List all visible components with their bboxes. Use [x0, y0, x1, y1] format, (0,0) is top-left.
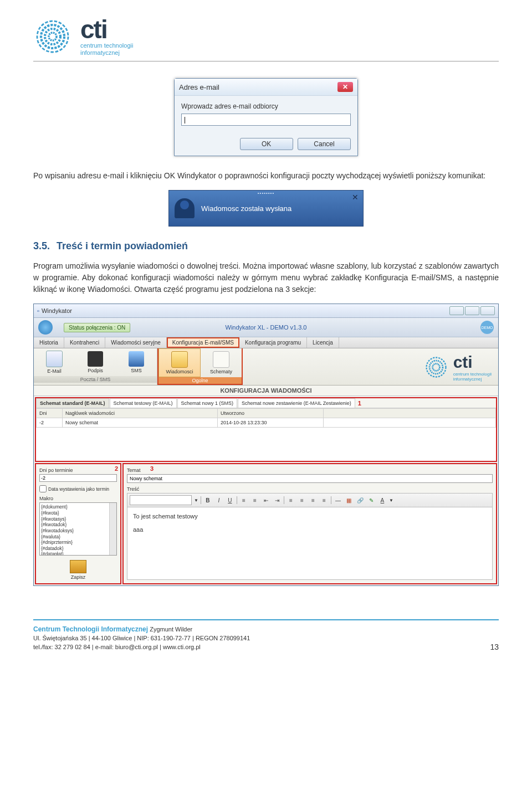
link-icon[interactable]: 🔗 — [356, 496, 365, 505]
save-icon[interactable] — [70, 560, 86, 573]
section-2-box: 2 Dni po terminie Data wystawienia jako … — [35, 463, 121, 584]
tab-licencja[interactable]: Licencja — [307, 337, 339, 348]
chevron-down-icon[interactable]: ▼ — [389, 498, 393, 503]
table-row[interactable]: -2 Nowy schemat 2014-10-28 13:23:30 — [37, 418, 496, 428]
envelope-icon — [46, 351, 63, 367]
chevron-down-icon[interactable]: ▼ — [194, 498, 198, 503]
ribbon-group-poczta: Poczta / SMS — [34, 376, 157, 383]
makro-item[interactable]: {#kwotadok} — [41, 522, 115, 528]
marker-1: 1 — [358, 400, 361, 407]
align-justify-icon[interactable]: ≡ — [320, 496, 329, 505]
window-close-button[interactable] — [480, 306, 495, 315]
makro-item[interactable]: {#datapłat} — [41, 551, 115, 556]
temat-input[interactable] — [127, 474, 493, 483]
cti-logo-icon — [33, 17, 72, 56]
email-input[interactable] — [181, 114, 351, 126]
image-icon[interactable]: ▦ — [345, 496, 354, 505]
indent-icon[interactable]: ⇥ — [273, 496, 282, 505]
col-dni: Dni — [37, 409, 63, 418]
italic-button[interactable]: I — [214, 496, 223, 505]
ribbon-logo-text: cti — [453, 353, 492, 372]
ribbon-logo-icon — [423, 354, 449, 380]
ribbon-wiadomosci[interactable]: Wiadomosci — [158, 348, 201, 377]
footer-company: Centrum Technologii Informatycznej — [33, 625, 148, 633]
ribbon-email-label: E-Mail — [47, 368, 62, 374]
list-bullet-icon[interactable]: ≡ — [250, 496, 259, 505]
cti-logo-sub2: informatycznej — [80, 49, 133, 56]
scrollbar-icon[interactable] — [109, 503, 116, 555]
tab-konfiguracja-email-sms[interactable]: Konfiguracja E-mail/SMS — [167, 337, 239, 348]
app-title: Windykator — [42, 307, 72, 314]
schema-tabs: Schemat standard (E-MAIL) Schemat testow… — [36, 398, 496, 408]
close-icon[interactable]: ✕ — [337, 82, 353, 92]
makro-item[interactable]: {#dokument} — [41, 504, 115, 510]
footer-contact: tel./fax: 32 279 02 84 | e-mail: biuro@c… — [33, 643, 250, 651]
product-name: Windykator XL - DEMO v1.3.0 — [226, 324, 307, 331]
outdent-icon[interactable]: ⇤ — [262, 496, 270, 505]
makro-item[interactable]: {#dniprztermin} — [41, 539, 115, 546]
underline-button[interactable]: U — [226, 496, 234, 505]
checkbox-input[interactable] — [39, 485, 47, 492]
minimize-button[interactable] — [449, 306, 464, 315]
font-color-icon[interactable]: A — [378, 496, 387, 505]
dni-select[interactable] — [39, 474, 117, 482]
makro-item[interactable]: {#kwotasys} — [41, 516, 115, 522]
svg-point-5 — [429, 361, 443, 374]
bold-button[interactable]: B — [203, 496, 212, 505]
app-title-icon: ▫ — [37, 307, 39, 314]
paragraph-2: Program umożliwia wysyłanie wiadomości o… — [33, 260, 499, 295]
ok-button[interactable]: OK — [240, 138, 293, 150]
dialog-title: Adres e-mail — [179, 83, 219, 91]
section-3-5-heading: 3.5. Treść i termin powiadomień — [33, 240, 499, 252]
svg-point-3 — [49, 33, 57, 40]
align-left-icon[interactable]: ≡ — [287, 496, 295, 505]
cancel-button[interactable]: Cancel — [298, 138, 351, 150]
ribbon-sms[interactable]: SMS — [116, 348, 157, 376]
section-number: 3.5. — [33, 240, 50, 252]
toast-text: Wiadomosc została wysłana — [201, 204, 291, 213]
makro-item[interactable]: {#kwota} — [41, 510, 115, 516]
svg-point-6 — [432, 364, 439, 371]
schema-tab-testowy[interactable]: Schemat testowy (E-MAIL) — [110, 398, 177, 408]
menu-tabs: Historia Kontrahenci Wiadomości seryjne … — [34, 337, 498, 348]
makro-item[interactable]: {#datadok} — [41, 546, 115, 552]
ribbon-podpis[interactable]: Podpis — [75, 348, 116, 376]
page-number: 13 — [490, 643, 499, 651]
data-wystawienia-check[interactable]: Data wystawienia jako termin — [39, 485, 117, 492]
svg-point-2 — [45, 29, 60, 44]
makro-item[interactable]: {#kwotadoksys} — [41, 528, 115, 534]
editor-line: aaa — [133, 526, 487, 533]
schema-tab-nowy-sms[interactable]: Schemat nowy 1 (SMS) — [177, 398, 238, 408]
schema-tab-zestawienie[interactable]: Schemat nowe zestawienie (E-MAIL Zestawi… — [238, 398, 355, 408]
editor-body[interactable]: To jest schemat testowy aaa — [127, 507, 493, 580]
tresc-label: Treść — [127, 486, 493, 492]
ribbon-wiadomosci-label: Wiadomosci — [166, 369, 193, 374]
tab-konfiguracja-programu[interactable]: Konfiguracja programu — [239, 337, 307, 348]
globe-icon — [38, 320, 53, 335]
maximize-button[interactable] — [465, 306, 479, 315]
ribbon-email[interactable]: E-Mail — [34, 348, 75, 376]
notebook-icon — [171, 351, 188, 368]
save-button-label: Zapisz — [39, 574, 117, 580]
dni-label: Dni po terminie — [39, 467, 117, 473]
font-dropdown[interactable] — [130, 495, 192, 505]
toast-close-icon[interactable]: ✕ — [352, 193, 359, 202]
ribbon-logo: cti centrum technologii informatycznej — [423, 353, 492, 382]
edit-icon[interactable]: ✎ — [367, 496, 376, 505]
list-numbered-icon[interactable]: ≡ — [239, 496, 248, 505]
config-heading: KONFIGURACJA WIADOMOŚCI — [34, 386, 498, 396]
makro-item[interactable]: {#waluta} — [41, 534, 115, 540]
tab-historia[interactable]: Historia — [34, 337, 64, 348]
schema-tab-standard[interactable]: Schemat standard (E-MAIL) — [36, 398, 109, 408]
ribbon-schematy[interactable]: Schematy — [201, 348, 242, 377]
tab-wiadomosci-seryjne[interactable]: Wiadomości seryjne — [105, 337, 166, 348]
cell-naglowek: Nowy schemat — [63, 418, 218, 428]
ribbon-logo-sub2: informatycznej — [453, 377, 492, 382]
section-title: Treść i termin powiadomień — [57, 240, 188, 252]
hr-icon[interactable]: — — [334, 496, 342, 505]
dialog-label: Wprowadz adres e-mail odbiorcy — [181, 102, 351, 110]
align-right-icon[interactable]: ≡ — [309, 496, 318, 505]
makro-listbox[interactable]: {#dokument} {#kwota} {#kwotasys} {#kwota… — [39, 502, 117, 556]
tab-kontrahenci[interactable]: Kontrahenci — [64, 337, 105, 348]
align-center-icon[interactable]: ≡ — [298, 496, 306, 505]
